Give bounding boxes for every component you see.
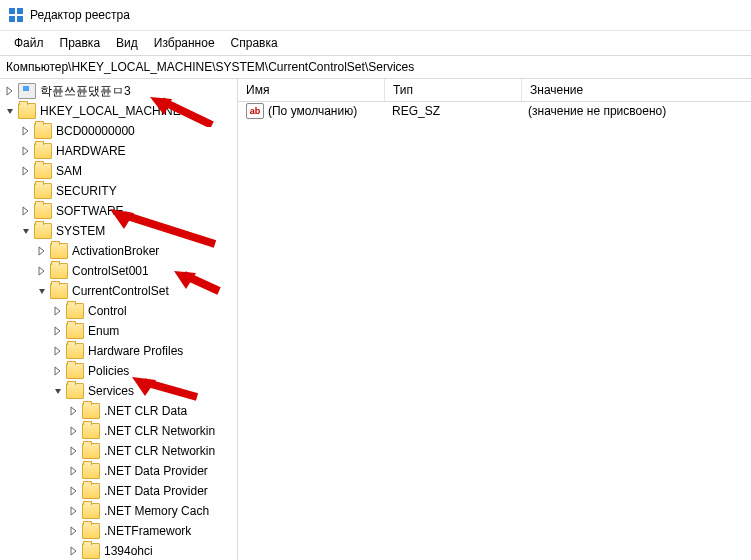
folder-icon [18, 103, 36, 119]
chevron-right-icon[interactable] [50, 363, 66, 379]
tree-item-label: .NET CLR Data [104, 401, 193, 421]
tree-item[interactable]: Hardware Profiles [2, 341, 237, 361]
tree-item-label: .NET Data Provider [104, 481, 214, 501]
col-name[interactable]: Имя [238, 79, 385, 101]
folder-icon [50, 283, 68, 299]
tree-item[interactable]: .NET CLR Networkin [2, 441, 237, 461]
menu-bar: Файл Правка Вид Избранное Справка [0, 31, 751, 55]
tree-item[interactable]: ActivationBroker [2, 241, 237, 261]
chevron-right-icon[interactable] [34, 263, 50, 279]
tree-item[interactable]: .NET CLR Data [2, 401, 237, 421]
tree-item[interactable]: Policies [2, 361, 237, 381]
chevron-right-icon[interactable] [18, 203, 34, 219]
chevron-right-icon[interactable] [66, 503, 82, 519]
chevron-right-icon[interactable] [34, 243, 50, 259]
tree-item-label: BCD00000000 [56, 121, 141, 141]
tree-item[interactable]: Services [2, 381, 237, 401]
tree-item[interactable]: Control [2, 301, 237, 321]
svg-rect-0 [9, 8, 15, 14]
tree-item-label: SECURITY [56, 181, 123, 201]
folder-icon [82, 503, 100, 519]
value-name: (По умолчанию) [268, 104, 357, 118]
tree-item[interactable]: HKEY_LOCAL_MACHINE [2, 101, 237, 121]
menu-view[interactable]: Вид [108, 34, 146, 52]
chevron-down-icon[interactable] [50, 383, 66, 399]
chevron-right-icon[interactable] [50, 303, 66, 319]
chevron-right-icon[interactable] [18, 143, 34, 159]
chevron-down-icon[interactable] [18, 223, 34, 239]
chevron-right-icon[interactable] [18, 163, 34, 179]
tree-item[interactable]: ControlSet001 [2, 261, 237, 281]
tree-pane[interactable]: 학퓬쓰퓬댔퓬ㅁ3HKEY_LOCAL_MACHINEBCD00000000HAR… [0, 79, 238, 560]
menu-edit[interactable]: Правка [52, 34, 109, 52]
col-value[interactable]: Значение [522, 79, 751, 101]
tree-item[interactable]: HARDWARE [2, 141, 237, 161]
svg-rect-1 [17, 8, 23, 14]
menu-help[interactable]: Справка [223, 34, 286, 52]
svg-rect-2 [9, 16, 15, 22]
chevron-down-icon[interactable] [34, 283, 50, 299]
value-rows: ab (По умолчанию) REG_SZ (значение не пр… [238, 102, 751, 560]
tree-item[interactable]: .NET Data Provider [2, 461, 237, 481]
tree-item[interactable]: SOFTWARE [2, 201, 237, 221]
tree-item-label: .NET Memory Cach [104, 501, 215, 521]
tree-item[interactable]: 학퓬쓰퓬댔퓬ㅁ3 [2, 81, 237, 101]
tree-item-label: CurrentControlSet [72, 281, 175, 301]
menu-favorites[interactable]: Избранное [146, 34, 223, 52]
chevron-right-icon[interactable] [50, 343, 66, 359]
values-pane: Имя Тип Значение ab (По умолчанию) REG_S… [238, 79, 751, 560]
folder-icon [82, 523, 100, 539]
col-type[interactable]: Тип [385, 79, 522, 101]
string-value-icon: ab [246, 103, 264, 119]
folder-icon [34, 143, 52, 159]
value-row[interactable]: ab (По умолчанию) REG_SZ (значение не пр… [238, 102, 751, 120]
tree-item-label: 학퓬쓰퓬댔퓬ㅁ3 [40, 81, 137, 101]
chevron-right-icon[interactable] [50, 323, 66, 339]
address-bar[interactable]: Компьютер\HKEY_LOCAL_MACHINE\SYSTEM\Curr… [0, 55, 751, 79]
folder-icon [50, 263, 68, 279]
tree-item[interactable]: .NET Memory Cach [2, 501, 237, 521]
tree-item-label: ActivationBroker [72, 241, 165, 261]
chevron-down-icon[interactable] [2, 103, 18, 119]
folder-icon [82, 483, 100, 499]
chevron-right-icon[interactable] [66, 483, 82, 499]
chevron-right-icon[interactable] [18, 123, 34, 139]
tree-item[interactable]: SYSTEM [2, 221, 237, 241]
tree-item-label: HARDWARE [56, 141, 132, 161]
folder-icon [82, 403, 100, 419]
folder-icon [34, 163, 52, 179]
tree-item-label: .NET CLR Networkin [104, 441, 221, 461]
tree-item[interactable]: .NETFramework [2, 521, 237, 541]
tree-item[interactable]: 1394ohci [2, 541, 237, 560]
tree-item[interactable]: .NET CLR Networkin [2, 421, 237, 441]
folder-icon [82, 543, 100, 559]
chevron-right-icon[interactable] [66, 543, 82, 559]
chevron-right-icon[interactable] [66, 403, 82, 419]
chevron-right-icon[interactable] [66, 423, 82, 439]
chevron-right-icon[interactable] [66, 523, 82, 539]
tree-item-label: .NET CLR Networkin [104, 421, 221, 441]
tree-item[interactable]: .NET Data Provider [2, 481, 237, 501]
tree-item[interactable]: SECURITY [2, 181, 237, 201]
folder-icon [82, 463, 100, 479]
folder-icon [66, 363, 84, 379]
chevron-right-icon[interactable] [2, 83, 18, 99]
tree-item-label: Services [88, 381, 140, 401]
folder-icon [50, 243, 68, 259]
tree-item[interactable]: BCD00000000 [2, 121, 237, 141]
tree-item[interactable]: SAM [2, 161, 237, 181]
menu-file[interactable]: Файл [6, 34, 52, 52]
tree-item-label: SAM [56, 161, 88, 181]
column-headers[interactable]: Имя Тип Значение [238, 79, 751, 102]
tree-item-label: .NET Data Provider [104, 461, 214, 481]
tree-item-label: SOFTWARE [56, 201, 130, 221]
chevron-right-icon[interactable] [66, 463, 82, 479]
folder-icon [66, 383, 84, 399]
window-title: Редактор реестра [30, 8, 130, 22]
tree-item-label: 1394ohci [104, 541, 159, 560]
folder-icon [34, 203, 52, 219]
tree-item[interactable]: Enum [2, 321, 237, 341]
chevron-right-icon[interactable] [66, 443, 82, 459]
tree-item[interactable]: CurrentControlSet [2, 281, 237, 301]
title-bar: Редактор реестра [0, 0, 751, 31]
